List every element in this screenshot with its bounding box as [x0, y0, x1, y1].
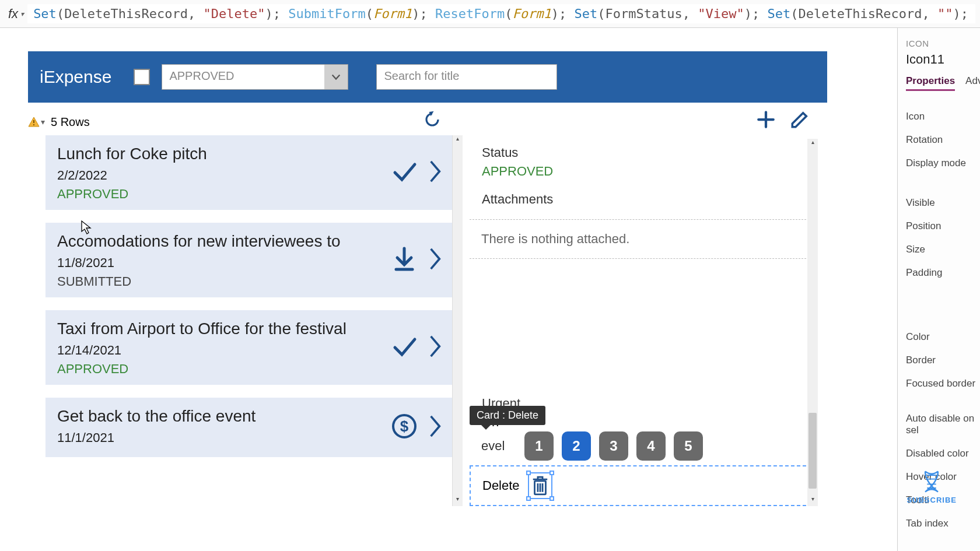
trash-icon — [530, 475, 550, 497]
item-title: Get back to the office event — [57, 407, 440, 426]
dropdown-value: APPROVED — [162, 65, 324, 89]
scroll-down-icon[interactable]: ▾ — [453, 496, 463, 506]
content-row: Lunch for Coke pitch2/2/2022APPROVEDAcco… — [28, 135, 827, 506]
add-icon[interactable] — [756, 110, 776, 134]
prop-tabs: Properties Adva — [906, 75, 980, 91]
control-name: Icon11 — [906, 52, 980, 67]
download-icon[interactable] — [390, 245, 418, 275]
level-button-5[interactable]: 5 — [674, 431, 703, 461]
attachments-card: Attachments — [470, 185, 818, 217]
expense-list: Lunch for Coke pitch2/2/2022APPROVEDAcco… — [28, 135, 463, 506]
list-item[interactable]: Get back to the office event11/1/2021$ — [46, 398, 452, 457]
warning-icon — [28, 117, 40, 127]
prop-row[interactable]: Rotation — [906, 128, 980, 152]
attachments-label: Attachments — [482, 192, 806, 207]
level-card: Card : Delete evel 12345 — [470, 431, 818, 465]
item-date: 11/1/2021 — [57, 430, 440, 445]
chevron-right-icon[interactable] — [428, 159, 443, 187]
toolbar-row: ▾ 5 Rows — [28, 103, 827, 135]
item-date: 12/14/2021 — [57, 343, 440, 358]
prop-row[interactable]: Padding — [906, 261, 980, 285]
scroll-thumb[interactable] — [808, 413, 817, 489]
app-header: iExpense APPROVED Search for title — [28, 51, 827, 103]
prop-row[interactable]: Auto disable on sel — [906, 407, 980, 442]
canvas-area: iExpense APPROVED Search for title ▾ 5 R… — [0, 28, 897, 551]
item-title: Lunch for Coke pitch — [57, 145, 440, 163]
app-canvas: iExpense APPROVED Search for title ▾ 5 R… — [28, 51, 827, 506]
row-count: 5 Rows — [51, 115, 90, 129]
prop-row[interactable]: Color — [906, 325, 980, 349]
prop-row[interactable]: Border — [906, 349, 980, 372]
prop-row[interactable]: Size — [906, 238, 980, 261]
level-button-4[interactable]: 4 — [636, 431, 666, 461]
list-item[interactable]: Taxi from Airport to Office for the fest… — [46, 310, 452, 385]
chevron-right-icon[interactable] — [428, 246, 443, 274]
prop-row[interactable]: Position — [906, 215, 980, 238]
item-date: 11/8/2021 — [57, 255, 440, 271]
item-date: 2/2/2022 — [57, 168, 440, 183]
dollar-icon[interactable]: $ — [390, 412, 418, 443]
trash-icon-selected[interactable] — [528, 472, 552, 499]
search-input[interactable]: Search for title — [376, 64, 557, 90]
svg-rect-1 — [33, 124, 34, 125]
dna-icon — [919, 469, 944, 494]
chevron-down-icon — [331, 72, 341, 82]
status-value: APPROVED — [482, 164, 806, 179]
status-label: Status — [482, 145, 806, 160]
refresh-icon[interactable] — [424, 111, 441, 133]
chevron-right-icon[interactable] — [428, 334, 443, 362]
formula-input[interactable]: Set(DeleteThisRecord, "Delete"); SubmitF… — [27, 4, 975, 23]
tab-properties[interactable]: Properties — [906, 75, 955, 91]
item-title: Accomodations for new interviewees to — [57, 232, 440, 251]
prop-row[interactable]: Icon — [906, 105, 980, 128]
item-status: SUBMITTED — [57, 274, 440, 289]
item-status: APPROVED — [57, 362, 440, 377]
level-label: evel — [481, 438, 516, 454]
delete-label: Delete — [482, 478, 520, 493]
status-dropdown[interactable]: APPROVED — [162, 64, 348, 90]
chevron-down-icon: ▾ — [20, 10, 24, 18]
scroll-up-icon[interactable]: ▴ — [807, 139, 818, 149]
prop-row[interactable]: Tab index — [906, 512, 980, 535]
list-item[interactable]: Accomodations for new interviewees to11/… — [46, 223, 452, 297]
level-button-3[interactable]: 3 — [599, 431, 628, 461]
check-icon[interactable] — [390, 332, 418, 363]
item-title: Taxi from Airport to Office for the fest… — [57, 320, 440, 338]
svg-text:$: $ — [400, 417, 409, 435]
dropdown-chevron-button[interactable] — [324, 65, 348, 89]
edit-icon[interactable] — [790, 110, 810, 134]
tab-advanced[interactable]: Adva — [965, 75, 980, 91]
svg-rect-0 — [33, 120, 34, 123]
level-button-1[interactable]: 1 — [524, 431, 554, 461]
prop-row[interactable]: Display mode — [906, 152, 980, 175]
chevron-right-icon[interactable] — [428, 413, 443, 441]
formula-bar: fx▾ Set(DeleteThisRecord, "Delete"); Sub… — [0, 0, 980, 28]
delete-card[interactable]: Delete — [470, 465, 818, 506]
prop-row[interactable]: Focused border — [906, 372, 980, 395]
card-tooltip: Card : Delete — [470, 406, 545, 425]
filter-checkbox[interactable] — [134, 69, 150, 85]
list-scrollbar[interactable]: ▴ ▾ — [452, 135, 463, 506]
detail-scrollbar[interactable]: ▴ ▾ — [807, 139, 818, 506]
app-title: iExpense — [40, 67, 111, 87]
item-status: APPROVED — [57, 187, 440, 202]
scroll-down-icon[interactable]: ▾ — [807, 496, 818, 506]
list-item[interactable]: Lunch for Coke pitch2/2/2022APPROVED — [46, 135, 452, 210]
prop-row[interactable]: Disabled color — [906, 442, 980, 465]
prop-row[interactable]: Visible — [906, 191, 980, 215]
fx-label[interactable]: fx▾ — [5, 6, 27, 22]
control-category: ICON — [906, 38, 980, 48]
attachments-empty: There is nothing attached. — [470, 219, 818, 259]
level-button-2[interactable]: 2 — [562, 431, 591, 461]
check-icon[interactable] — [390, 157, 418, 188]
subscribe-text: SUBSCRIBE — [907, 496, 957, 504]
subscribe-badge[interactable]: SUBSCRIBE — [907, 469, 957, 504]
detail-panel: Status APPROVED Attachments There is not… — [463, 135, 827, 506]
status-card: Status APPROVED — [470, 139, 818, 185]
scroll-up-icon[interactable]: ▴ — [453, 135, 463, 146]
chevron-down-icon[interactable]: ▾ — [41, 117, 45, 127]
